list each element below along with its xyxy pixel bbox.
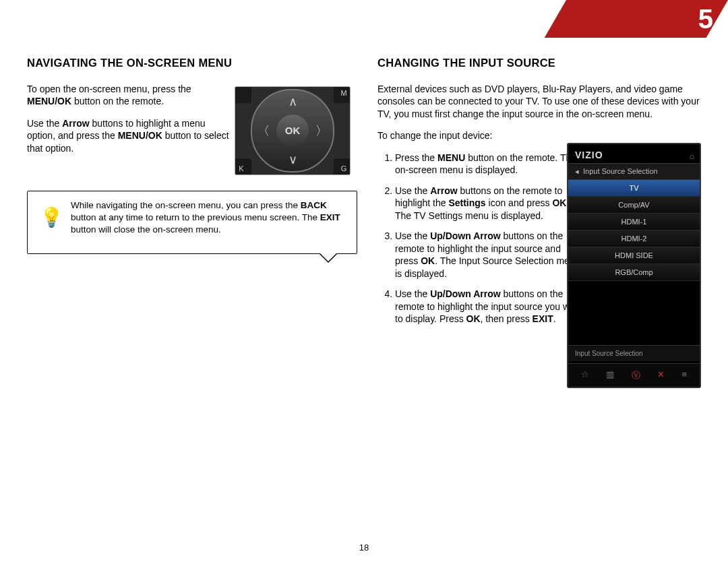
para-lead-in: To change the input device: [377, 129, 708, 142]
heading-navigating: NAVIGATING THE ON-SCREEN MENU [27, 57, 357, 69]
left-column: NAVIGATING THE ON-SCREEN MENU To open th… [27, 57, 357, 254]
menu-icon: ≡ [682, 369, 688, 381]
left-intro-block: To open the on-screen menu, press the ME… [27, 83, 229, 154]
home-icon: ⌂ [690, 152, 694, 161]
arrow-up-icon: ∧ [289, 94, 297, 109]
step-1: Press the MENU button on the remote. The… [395, 152, 584, 177]
osd-title-bar: ◂Input Source Selection ⌂ [568, 163, 700, 180]
tv-osd-screenshot: VIZIO ◂Input Source Selection ⌂ TV Comp/… [567, 143, 701, 388]
osd-item: HDMI-1 [568, 214, 700, 230]
para-external-devices: External devices such as DVD players, Bl… [377, 83, 708, 120]
v-icon: Ⓥ [632, 369, 640, 381]
arrow-left-icon: 〈 [257, 123, 270, 139]
remote-corner [235, 86, 251, 103]
remote-corner: M [334, 86, 351, 103]
osd-bottom-icons: ☆ ▥ Ⓥ ✕ ≡ [568, 363, 700, 387]
step-4: Use the Up/Down Arrow buttons on the rem… [395, 288, 584, 325]
chapter-banner: 5 [546, 0, 728, 38]
remote-dpad-image: M K G ∧ ∨ 〈 〉 OK [235, 86, 351, 175]
back-icon: ◂ [575, 167, 579, 175]
bars-icon: ▥ [606, 369, 614, 381]
arrow-down-icon: ∨ [289, 152, 297, 167]
para-open-menu: To open the on-screen menu, press the ME… [27, 83, 229, 108]
osd-footer-label: Input Source Selection [568, 345, 700, 361]
heading-input-source: CHANGING THE INPUT SOURCE [377, 57, 708, 69]
steps-list: Press the MENU button on the remote. The… [377, 152, 584, 325]
tip-text: While navigating the on-screen menu, you… [71, 199, 346, 235]
osd-item: HDMI SIDE [568, 247, 700, 264]
star-icon: ☆ [581, 369, 589, 381]
vizio-logo: VIZIO [568, 144, 700, 163]
x-icon: ✕ [657, 369, 665, 381]
osd-item: RGB/Comp [568, 264, 700, 281]
remote-corner: K [235, 158, 251, 175]
osd-item: HDMI-2 [568, 230, 700, 247]
lightbulb-icon: 💡 [40, 206, 63, 228]
dpad-ring: ∧ ∨ 〈 〉 OK [251, 89, 334, 173]
remote-corner: G [334, 158, 351, 175]
step-3: Use the Up/Down Arrow buttons on the rem… [395, 230, 584, 280]
ok-button-graphic: OK [276, 115, 309, 147]
tip-callout: 💡 While navigating the on-screen menu, y… [27, 191, 357, 253]
chapter-number: 5 [698, 4, 713, 34]
osd-item: Comp/AV [568, 197, 700, 214]
arrow-right-icon: 〉 [315, 123, 328, 139]
step-2: Use the Arrow buttons on the remote to h… [395, 185, 584, 222]
right-column: CHANGING THE INPUT SOURCE External devic… [377, 57, 708, 334]
page-number: 18 [0, 542, 728, 553]
para-arrow-select: Use the Arrow buttons to highlight a men… [27, 117, 229, 154]
osd-item-selected: TV [568, 180, 700, 197]
